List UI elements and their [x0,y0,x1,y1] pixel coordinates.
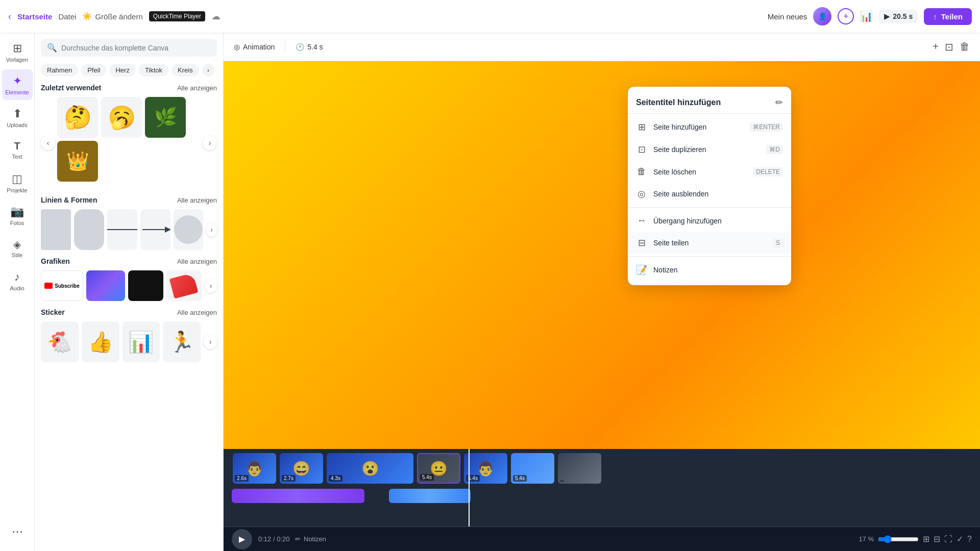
timeline-thumb-6[interactable]: 5.4s [511,453,554,484]
sidebar-item-audio[interactable]: ♪ Audio [2,265,33,296]
duration-button[interactable]: ▶ 20.5 s [879,10,918,23]
lines-shapes-header: Linien & Formen Alle anzeigen [41,196,217,204]
zoom-slider[interactable] [878,535,919,543]
size-button[interactable]: ☀️ Größe ändern [82,12,142,21]
notes-label: Notizen [653,266,677,274]
cloud-icon[interactable]: ☁ [211,11,220,22]
tag-rahmen[interactable]: Rahmen [41,64,78,77]
shape-circle[interactable] [174,209,204,250]
notes-icon: 📝 [636,264,647,276]
graphic-subscribe[interactable]: Subscribe [41,270,83,301]
sidebar-label-fotos: Fotos [10,220,24,226]
menu-item-split-page[interactable]: ⊟ Seite teilen S [628,232,791,254]
sun-icon: ☀️ [82,12,92,21]
sidebar-item-uploads[interactable]: ⬆ Uploads [2,102,33,133]
recently-used-title: Zuletzt verwendet [41,84,101,92]
shape-rounded[interactable] [74,209,104,250]
back-button[interactable]: Startseite [17,12,52,21]
graphics-link[interactable]: Alle anzeigen [177,258,217,265]
animation-button[interactable]: ◎ Animation [234,43,275,51]
graphics-next[interactable]: › [205,279,217,293]
lines-shapes-title: Linien & Formen [41,196,97,204]
duplicate-icon[interactable]: ⊡ [945,41,953,53]
sticker-chicken[interactable]: 🐔 [41,321,79,362]
sidebar-item-text[interactable]: T Text [2,135,33,165]
sidebar-item-more[interactable]: ⋯ [2,516,33,547]
shape-square[interactable] [41,209,71,250]
tag-tiktok[interactable]: Tiktok [139,64,168,77]
sidebar-item-elemente[interactable]: ✦ Elemente [2,69,33,100]
menu-item-hide-page[interactable]: ◎ Seite ausblenden [628,183,791,205]
emoji-thinking[interactable]: 🤔 [57,97,98,138]
graphics-row: Subscribe › [41,270,217,301]
tag-herz[interactable]: Herz [109,64,135,77]
file-button[interactable]: Datei [58,12,76,21]
tag-kreis[interactable]: Kreis [172,64,199,77]
timeline-thumb-3[interactable]: 😮 4.3s [327,453,413,484]
menu-item-notes[interactable]: 📝 Notizen [628,259,791,281]
delete-icon[interactable]: 🗑 [960,41,970,53]
recently-used-link[interactable]: Alle anzeigen [177,84,217,92]
graphic-crown[interactable]: 👑 [57,141,98,182]
fullscreen-icon[interactable]: ⛶ [944,535,952,544]
timeline-thumb-5[interactable]: 👨 5.4s [464,453,507,484]
shapes-next[interactable]: › [206,222,217,237]
graphic-plants[interactable]: 🌿 [145,97,186,138]
grid-icon[interactable]: ⊞ [923,534,929,544]
sidebar-item-fotos[interactable]: 📷 Fotos [2,200,33,231]
recently-used-header: Zuletzt verwendet Alle anzeigen [41,84,217,92]
notes-bottom-label[interactable]: ✏ Notizen [295,535,326,543]
menu-item-dup-page[interactable]: ⊡ Seite duplizieren ⌘D [628,138,791,161]
split-icon[interactable]: ⊟ [934,534,940,544]
canvas-toolbar-right: + ⊡ 🗑 [933,41,970,53]
add-collaborator-button[interactable]: + [838,8,854,24]
menu-item-add-transition[interactable]: ↔ Übergang hinzufügen [628,210,791,232]
menu-item-del-page[interactable]: 🗑 Seite löschen DELETE [628,161,791,183]
timeline-thumb-1[interactable]: 👨 2.6s [233,453,276,484]
main-area: ◎ Animation 🕐 5.4 s + ⊡ 🗑 👨 Seitentitel … [224,33,980,551]
lines-shapes-link[interactable]: Alle anzeigen [177,196,217,204]
shape-arrow[interactable] [140,209,170,250]
duration-toolbar-button[interactable]: 🕐 5.4 s [296,43,323,51]
timeline-thumb-7[interactable] [558,453,601,484]
avatar[interactable]: 👤 [813,7,831,26]
sidebar-item-projekte[interactable]: ◫ Projekte [2,167,33,198]
search-input[interactable] [61,44,211,52]
recently-used-prev[interactable]: ‹ [41,136,55,150]
tag-pfeil[interactable]: Pfeil [81,64,106,77]
share-button[interactable]: ↑ Teilen [924,8,972,25]
stickers-link[interactable]: Alle anzeigen [177,309,217,316]
elemente-icon: ✦ [13,74,22,88]
sticker-chart[interactable]: 📊 [122,321,160,362]
notes-text: Notizen [304,535,326,543]
sticker-thumbsup[interactable]: 👍 [82,321,119,362]
recently-used-next[interactable]: › [203,136,217,150]
timeline-thumb-2[interactable]: 😄 2.7s [280,453,323,484]
emoji-yawning[interactable]: 🥱 [101,97,142,138]
text-icon: T [14,140,20,152]
sticker-running[interactable]: 🏃 [163,321,201,362]
graphic-black[interactable] [128,270,163,301]
del-page-label: Seite löschen [653,168,696,176]
stats-icon[interactable]: 📊 [860,10,873,22]
search-bar[interactable]: 🔍 [41,39,217,57]
graphic-gradient[interactable] [86,270,125,301]
tag-more-button[interactable]: › [202,64,214,77]
timeline-thumb-4[interactable]: 😐 5.4s [417,453,460,484]
add-page-icon[interactable]: + [933,41,939,53]
menu-item-add-page[interactable]: ⊞ Seite hinzufügen ⌘ENTER [628,116,791,138]
playhead[interactable] [469,449,470,527]
shape-line[interactable] [107,209,137,250]
context-menu-edit-icon[interactable]: ✏ [775,97,783,108]
thumb-1-label: 2.6s [235,475,249,482]
stickers-header: Sticker Alle anzeigen [41,308,217,316]
toolbar-divider-1 [285,41,285,53]
sidebar-item-vorlagen[interactable]: ⊞ Vorlagen [2,37,33,67]
topbar: ‹ Startseite Datei ☀️ Größe ändern Quick… [0,0,980,33]
stickers-next[interactable]: › [204,335,217,349]
sidebar-item-stile[interactable]: ◈ Stile [2,233,33,263]
check-icon[interactable]: ✓ [957,534,963,544]
play-button[interactable]: ▶ [232,529,252,549]
graphic-red-shape[interactable] [166,270,202,301]
help-icon[interactable]: ? [967,535,972,544]
